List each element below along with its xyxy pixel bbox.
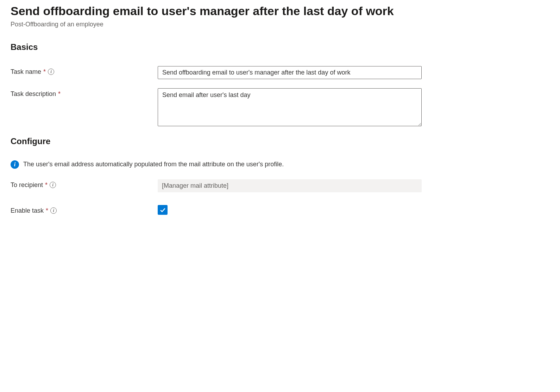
checkmark-icon <box>159 206 166 213</box>
enable-task-checkbox[interactable] <box>158 205 168 215</box>
to-recipient-label: To recipient * i <box>11 179 155 189</box>
task-name-label: Task name * i <box>11 66 155 76</box>
info-icon[interactable]: i <box>50 182 56 188</box>
to-recipient-field: [Manager mail attribute] <box>158 179 422 192</box>
required-indicator: * <box>58 90 61 98</box>
task-description-row: Task description * <box>11 88 549 127</box>
basics-heading: Basics <box>11 42 549 52</box>
configure-heading: Configure <box>11 136 549 146</box>
enable-task-label-text: Enable task <box>11 207 44 214</box>
task-name-row: Task name * i <box>11 66 549 79</box>
enable-task-row: Enable task * i <box>11 205 549 215</box>
info-banner: i The user's email address automatically… <box>11 160 549 169</box>
required-indicator: * <box>45 181 48 189</box>
info-banner-icon: i <box>11 160 19 169</box>
task-name-input[interactable] <box>158 66 422 79</box>
to-recipient-label-text: To recipient <box>11 181 43 189</box>
info-banner-text: The user's email address automatically p… <box>23 161 284 168</box>
to-recipient-row: To recipient * i [Manager mail attribute… <box>11 179 549 192</box>
info-icon[interactable]: i <box>48 69 54 75</box>
enable-task-label: Enable task * i <box>11 205 155 214</box>
required-indicator: * <box>43 68 46 76</box>
page-subtitle: Post-Offboarding of an employee <box>11 21 549 28</box>
task-description-input[interactable] <box>158 88 422 126</box>
required-indicator: * <box>46 207 48 214</box>
task-description-label-text: Task description <box>11 90 56 98</box>
task-name-label-text: Task name <box>11 68 41 76</box>
task-description-label: Task description * <box>11 88 155 98</box>
info-icon[interactable]: i <box>50 207 57 214</box>
page-title: Send offboarding email to user's manager… <box>11 4 549 19</box>
